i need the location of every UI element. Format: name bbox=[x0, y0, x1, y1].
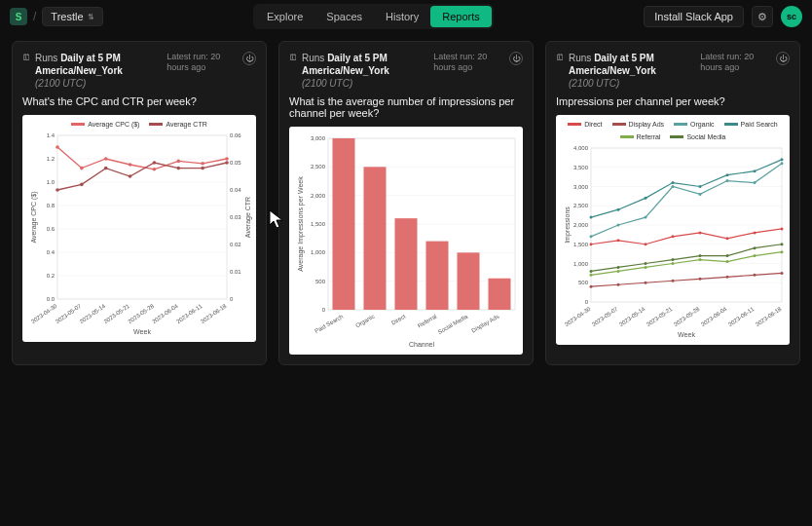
install-slack-button[interactable]: Install Slack App bbox=[644, 6, 744, 27]
power-toggle[interactable]: ⏻ bbox=[509, 52, 523, 65]
svg-text:Channel: Channel bbox=[409, 341, 435, 348]
svg-text:2,500: 2,500 bbox=[311, 164, 326, 169]
svg-text:1.4: 1.4 bbox=[47, 132, 55, 138]
workspace-selector[interactable]: Trestle ⇅ bbox=[42, 7, 102, 26]
svg-rect-74 bbox=[457, 252, 479, 310]
power-icon: ⏻ bbox=[512, 55, 520, 63]
chart-legend: Average CPC ($)Average CTR bbox=[28, 121, 250, 128]
svg-text:2023-06-04: 2023-06-04 bbox=[700, 306, 728, 328]
svg-text:Paid Search: Paid Search bbox=[314, 314, 344, 335]
power-icon: ⏻ bbox=[779, 55, 787, 63]
schedule-info: 🗓 Runs Daily at 5 PM America/New_York (2… bbox=[289, 52, 427, 90]
svg-text:2,000: 2,000 bbox=[573, 222, 589, 228]
svg-text:2023-06-18: 2023-06-18 bbox=[200, 303, 228, 325]
reports-grid: 🗓 Runs Daily at 5 PM America/New_York (2… bbox=[0, 33, 812, 373]
nav-spaces[interactable]: Spaces bbox=[314, 6, 374, 27]
svg-rect-66 bbox=[332, 138, 354, 310]
report-card[interactable]: 🗓 Runs Daily at 5 PM America/New_York (2… bbox=[278, 41, 534, 365]
line-chart-cpc-ctr: 0.00.20.40.60.81.01.21.400.010.020.030.0… bbox=[28, 132, 254, 336]
gear-icon: ⚙ bbox=[757, 11, 767, 23]
svg-rect-70 bbox=[394, 218, 417, 310]
nav-explore[interactable]: Explore bbox=[255, 6, 314, 27]
svg-text:Average CPC ($): Average CPC ($) bbox=[30, 191, 38, 243]
breadcrumb-separator: / bbox=[33, 10, 36, 23]
svg-text:4,000: 4,000 bbox=[573, 145, 589, 151]
schedule-info: 🗓 Runs Daily at 5 PM America/New_York (2… bbox=[556, 52, 694, 90]
svg-text:Impressions: Impressions bbox=[564, 207, 572, 244]
svg-text:500: 500 bbox=[578, 280, 589, 285]
nav-history[interactable]: History bbox=[374, 6, 430, 27]
svg-text:Average Impressions per Week: Average Impressions per Week bbox=[297, 176, 305, 272]
svg-text:Direct: Direct bbox=[390, 314, 407, 326]
svg-text:0.4: 0.4 bbox=[47, 249, 55, 255]
svg-text:1,500: 1,500 bbox=[573, 242, 589, 247]
svg-text:0.03: 0.03 bbox=[230, 214, 241, 220]
svg-text:0: 0 bbox=[585, 299, 589, 305]
bar-chart-impressions: 05001,0001,5002,0002,5003,000Paid Search… bbox=[295, 132, 521, 349]
report-card[interactable]: 🗓 Runs Daily at 5 PM America/New_York (2… bbox=[12, 41, 267, 365]
svg-text:0.0: 0.0 bbox=[47, 296, 55, 302]
svg-text:0.06: 0.06 bbox=[230, 132, 241, 138]
report-title: What's the CPC and CTR per week? bbox=[22, 95, 256, 107]
svg-text:2023-05-14: 2023-05-14 bbox=[618, 306, 646, 328]
power-toggle[interactable]: ⏻ bbox=[242, 52, 256, 65]
svg-text:Display Ads: Display Ads bbox=[470, 314, 499, 334]
svg-text:0.2: 0.2 bbox=[47, 273, 55, 279]
svg-text:2023-06-18: 2023-06-18 bbox=[755, 306, 783, 328]
svg-text:2023-05-07: 2023-05-07 bbox=[591, 306, 619, 328]
calendar-icon: 🗓 bbox=[556, 53, 565, 90]
topbar-left: S / Trestle ⇅ bbox=[10, 7, 103, 26]
card-header: 🗓 Runs Daily at 5 PM America/New_York (2… bbox=[289, 52, 523, 90]
svg-text:Social Media: Social Media bbox=[437, 313, 469, 335]
schedule-prefix: Runs bbox=[302, 53, 324, 63]
svg-text:2,500: 2,500 bbox=[573, 203, 589, 208]
svg-text:0.04: 0.04 bbox=[230, 187, 241, 193]
schedule-utc: (2100 UTC) bbox=[35, 78, 86, 89]
schedule-prefix: Runs bbox=[35, 53, 57, 63]
svg-rect-72 bbox=[425, 242, 448, 310]
topbar: S / Trestle ⇅ Explore Spaces History Rep… bbox=[0, 0, 812, 33]
svg-text:2023-05-28: 2023-05-28 bbox=[673, 306, 701, 328]
svg-text:0.01: 0.01 bbox=[230, 269, 241, 275]
card-header: 🗓 Runs Daily at 5 PM America/New_York (2… bbox=[556, 52, 790, 90]
schedule-info: 🗓 Runs Daily at 5 PM America/New_York (2… bbox=[22, 52, 161, 90]
svg-text:1.2: 1.2 bbox=[47, 156, 55, 162]
svg-text:1,500: 1,500 bbox=[311, 221, 326, 227]
power-toggle[interactable]: ⏻ bbox=[776, 52, 790, 65]
settings-button[interactable]: ⚙ bbox=[752, 6, 773, 27]
chart-container: 05001,0001,5002,0002,5003,000Paid Search… bbox=[289, 127, 523, 355]
svg-text:500: 500 bbox=[315, 279, 326, 284]
report-card[interactable]: 🗓 Runs Daily at 5 PM America/New_York (2… bbox=[545, 41, 800, 365]
svg-text:0.8: 0.8 bbox=[47, 203, 55, 208]
svg-rect-76 bbox=[488, 279, 510, 310]
calendar-icon: 🗓 bbox=[289, 53, 298, 90]
app-logo[interactable]: S bbox=[10, 8, 27, 25]
calendar-icon: 🗓 bbox=[22, 53, 31, 90]
svg-text:2,000: 2,000 bbox=[311, 193, 326, 199]
svg-text:Week: Week bbox=[133, 328, 151, 335]
schedule-utc: (2100 UTC) bbox=[302, 78, 352, 89]
last-run-label: Latest run: 20 hours ago bbox=[700, 52, 770, 73]
report-title: What is the average number of impression… bbox=[289, 95, 523, 119]
schedule-utc: (2100 UTC) bbox=[569, 78, 619, 89]
svg-text:0: 0 bbox=[230, 296, 234, 302]
svg-text:Organic: Organic bbox=[354, 314, 375, 329]
nav-reports[interactable]: Reports bbox=[430, 6, 492, 27]
chart-container: Average CPC ($)Average CTR 0.00.20.40.60… bbox=[22, 115, 256, 342]
svg-rect-0 bbox=[57, 135, 227, 299]
line-chart-impressions-channel: 05001,0001,5002,0002,5003,0003,5004,0002… bbox=[562, 144, 788, 339]
chevron-updown-icon: ⇅ bbox=[88, 13, 94, 21]
svg-text:1,000: 1,000 bbox=[573, 261, 589, 267]
svg-text:0: 0 bbox=[322, 307, 326, 313]
avatar[interactable]: sc bbox=[781, 6, 802, 27]
last-run-label: Latest run: 20 hours ago bbox=[166, 52, 237, 73]
topbar-right: Install Slack App ⚙ sc bbox=[644, 6, 802, 27]
svg-text:3,000: 3,000 bbox=[311, 135, 326, 141]
svg-text:2023-06-11: 2023-06-11 bbox=[727, 306, 756, 328]
svg-text:Week: Week bbox=[678, 331, 695, 338]
svg-text:3,500: 3,500 bbox=[573, 165, 589, 170]
svg-text:1,000: 1,000 bbox=[311, 249, 326, 255]
chart-legend: DirectDisplay AdsOrganicPaid SearchRefer… bbox=[562, 121, 784, 140]
svg-text:Referral: Referral bbox=[417, 314, 437, 329]
workspace-name: Trestle bbox=[51, 11, 83, 22]
